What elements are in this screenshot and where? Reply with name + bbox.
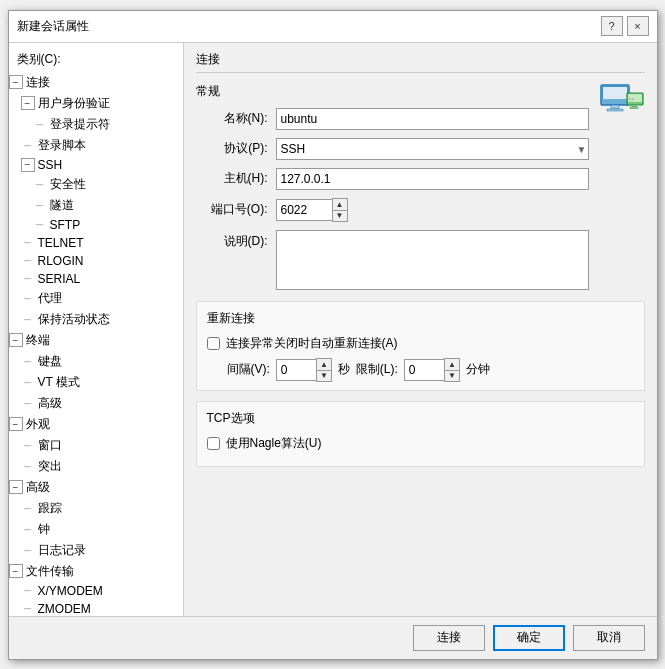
tcp-title: TCP选项 <box>207 410 634 427</box>
tree-dash-icon: ─ <box>21 461 35 472</box>
dialog-body: 类别(C): −连接−用户身份验证─登录提示符─登录脚本−SSH─安全性─隧道─… <box>9 43 657 616</box>
help-button[interactable]: ? <box>601 16 623 36</box>
tree-item-tunnel[interactable]: ─隧道 <box>9 195 183 216</box>
tree-item-ssh[interactable]: −SSH <box>9 156 183 174</box>
tree-item-label: SSH <box>38 158 63 172</box>
network-icon-wrapper <box>597 83 645 123</box>
port-input[interactable] <box>276 199 332 221</box>
protocol-row: 协议(P): SSH TELNET RLOGIN SERIAL ▼ <box>196 138 589 160</box>
tree-item-trace[interactable]: ─跟踪 <box>9 498 183 519</box>
cancel-button[interactable]: 取消 <box>573 625 645 651</box>
svg-rect-4 <box>607 109 623 111</box>
nagle-checkbox[interactable] <box>207 437 220 450</box>
close-button[interactable]: × <box>627 16 649 36</box>
name-input[interactable] <box>276 108 589 130</box>
port-control: ▲ ▼ <box>276 198 589 222</box>
interval-down-btn[interactable]: ▼ <box>317 370 331 381</box>
tree-item-label: SERIAL <box>38 272 81 286</box>
tree-dash-icon: ─ <box>33 179 47 190</box>
tree-dash-icon: ─ <box>21 255 35 266</box>
tree-item-label: 代理 <box>38 290 62 307</box>
nagle-checkbox-row: 使用Nagle算法(U) <box>207 435 634 452</box>
tree-item-appearance[interactable]: −外观 <box>9 414 183 435</box>
tree-item-advanced2[interactable]: −高级 <box>9 477 183 498</box>
reconnect-checkbox[interactable] <box>207 337 220 350</box>
tree-item-label: 登录脚本 <box>38 137 86 154</box>
tree-item-label: 保持活动状态 <box>38 311 110 328</box>
tree-item-label: 跟踪 <box>38 500 62 517</box>
reconnect-sub: 间隔(V): ▲ ▼ 秒 限制(L): ▲ ▼ <box>207 358 634 382</box>
limit-input[interactable] <box>404 359 444 381</box>
connect-button[interactable]: 连接 <box>413 625 485 651</box>
svg-rect-8 <box>630 107 638 109</box>
tree-item-security[interactable]: ─安全性 <box>9 174 183 195</box>
port-spinner: ▲ ▼ <box>332 198 348 222</box>
tree-item-proxy[interactable]: ─代理 <box>9 288 183 309</box>
tree-item-label: TELNET <box>38 236 84 250</box>
tree-dash-icon: ─ <box>21 603 35 614</box>
tree-dash-icon: ─ <box>21 237 35 248</box>
tree-item-label: 连接 <box>26 74 50 91</box>
tree-item-serial[interactable]: ─SERIAL <box>9 270 183 288</box>
protocol-select[interactable]: SSH TELNET RLOGIN SERIAL <box>276 138 589 160</box>
tree-item-window[interactable]: ─窗口 <box>9 435 183 456</box>
tree-item-highlight[interactable]: ─突出 <box>9 456 183 477</box>
tree-item-telnet[interactable]: ─TELNET <box>9 234 183 252</box>
tree-item-label: 安全性 <box>50 176 86 193</box>
tree-item-rlogin[interactable]: ─RLOGIN <box>9 252 183 270</box>
port-label: 端口号(O): <box>196 201 276 218</box>
ok-button[interactable]: 确定 <box>493 625 565 651</box>
network-icon <box>597 83 645 123</box>
tree-item-keepalive[interactable]: ─保持活动状态 <box>9 309 183 330</box>
right-panel: 连接 常规 名称(N): 协议(P): <box>184 43 657 616</box>
nagle-label[interactable]: 使用Nagle算法(U) <box>226 435 322 452</box>
tree-item-connect[interactable]: −连接 <box>9 72 183 93</box>
reconnect-checkbox-label[interactable]: 连接异常关闭时自动重新连接(A) <box>226 335 398 352</box>
tree-item-label: 键盘 <box>38 353 62 370</box>
limit-up-btn[interactable]: ▲ <box>445 359 459 370</box>
tree-item-log[interactable]: ─日志记录 <box>9 540 183 561</box>
desc-textarea[interactable] <box>276 230 589 290</box>
interval-input[interactable] <box>276 359 316 381</box>
tree-item-label: 钟 <box>38 521 50 538</box>
svg-rect-7 <box>632 105 636 107</box>
tree-item-bell[interactable]: ─钟 <box>9 519 183 540</box>
protocol-control: SSH TELNET RLOGIN SERIAL ▼ <box>276 138 589 160</box>
tree-item-zmodem[interactable]: ─ZMODEM <box>9 600 183 616</box>
min-label: 分钟 <box>466 361 490 378</box>
tree-item-label: VT 模式 <box>38 374 80 391</box>
tree-item-xymodem[interactable]: ─X/YMODEM <box>9 582 183 600</box>
tree-dash-icon: ─ <box>21 356 35 367</box>
tree-dash-icon: ─ <box>21 585 35 596</box>
tree-item-terminal[interactable]: −终端 <box>9 330 183 351</box>
tree-item-login-prompt[interactable]: ─登录提示符 <box>9 114 183 135</box>
tree-item-label: 外观 <box>26 416 50 433</box>
tree-dash-icon: ─ <box>21 293 35 304</box>
interval-up-btn[interactable]: ▲ <box>317 359 331 370</box>
expand-icon: − <box>9 417 23 431</box>
tree-dash-icon: ─ <box>21 545 35 556</box>
tree-item-advanced[interactable]: ─高级 <box>9 393 183 414</box>
port-down-btn[interactable]: ▼ <box>333 210 347 221</box>
tree-item-filetransfer[interactable]: −文件传输 <box>9 561 183 582</box>
category-label: 类别(C): <box>9 47 183 72</box>
tree-item-vt-mode[interactable]: ─VT 模式 <box>9 372 183 393</box>
tree-item-label: 高级 <box>26 479 50 496</box>
limit-label: 限制(L): <box>356 361 398 378</box>
tree-item-user-auth[interactable]: −用户身份验证 <box>9 93 183 114</box>
tree-item-login-script[interactable]: ─登录脚本 <box>9 135 183 156</box>
port-up-btn[interactable]: ▲ <box>333 199 347 210</box>
tree-container: −连接−用户身份验证─登录提示符─登录脚本−SSH─安全性─隧道─SFTP─TE… <box>9 72 183 616</box>
tree-item-keyboard[interactable]: ─键盘 <box>9 351 183 372</box>
tree-dash-icon: ─ <box>21 440 35 451</box>
limit-down-btn[interactable]: ▼ <box>445 370 459 381</box>
reconnect-section: 重新连接 连接异常关闭时自动重新连接(A) 间隔(V): ▲ ▼ 秒 <box>196 301 645 391</box>
host-input[interactable] <box>276 168 589 190</box>
tree-item-sftp[interactable]: ─SFTP <box>9 216 183 234</box>
host-row: 主机(H): <box>196 168 589 190</box>
host-label: 主机(H): <box>196 170 276 187</box>
section-title: 连接 <box>196 51 645 73</box>
dialog: 新建会话属性 ? × 类别(C): −连接−用户身份验证─登录提示符─登录脚本−… <box>8 10 658 660</box>
title-bar: 新建会话属性 ? × <box>9 11 657 43</box>
tree-dash-icon: ─ <box>21 398 35 409</box>
